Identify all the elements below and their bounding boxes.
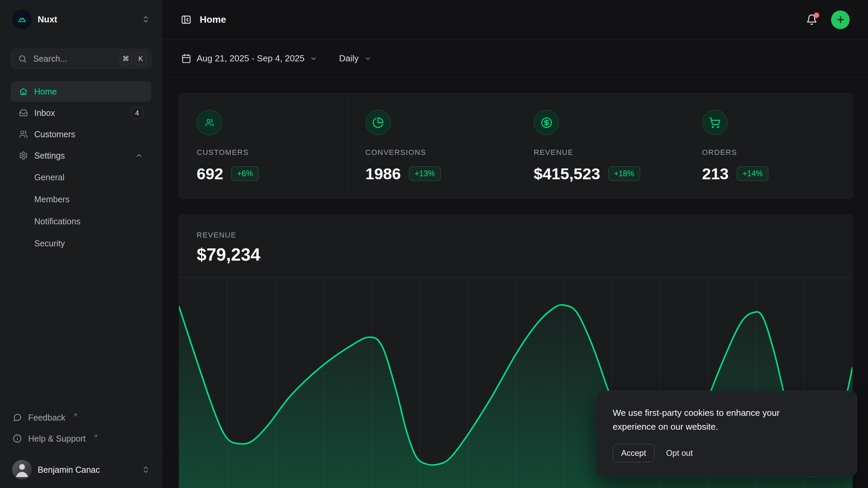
avatar <box>12 460 32 480</box>
calendar-icon <box>181 54 191 63</box>
stat-value: 1986 <box>366 164 401 183</box>
stat-label: CONVERSIONS <box>366 148 498 157</box>
stat-orders: ORDERS213+14% <box>684 93 853 199</box>
stat-icon-circle <box>702 110 728 135</box>
stat-delta-badge: +14% <box>737 166 768 181</box>
sidebar-item-inbox[interactable]: Inbox4 <box>11 103 151 123</box>
unread-count-badge: 4 <box>131 107 143 119</box>
users-icon <box>205 118 214 127</box>
cookie-accept-button[interactable]: Accept <box>613 444 654 462</box>
stat-delta-badge: +18% <box>608 166 640 181</box>
stat-value: 213 <box>702 164 729 183</box>
sidebar-item-label: Customers <box>34 129 75 139</box>
search-icon <box>18 54 27 63</box>
sidebar-item-settings[interactable]: Settings <box>11 145 151 166</box>
stat-label: CUSTOMERS <box>197 148 330 157</box>
sidebar-link-label: Help & Support <box>28 434 86 444</box>
chevron-down-icon <box>364 55 372 62</box>
sidebar-link-help-support[interactable]: Help & Support <box>11 428 151 449</box>
stat-value-row: $415,523+18% <box>534 164 667 183</box>
sidebar-subitem-label: Members <box>34 195 70 204</box>
gear-icon <box>19 151 28 160</box>
sidebar-subitem-label: Security <box>34 239 65 248</box>
sidebar-subitem-general[interactable]: General <box>11 167 151 188</box>
stat-delta-badge: +13% <box>409 166 440 181</box>
shopping-cart-icon <box>709 117 721 128</box>
search-shortcut: ⌘K <box>120 53 147 65</box>
users-icon <box>19 130 28 139</box>
stat-value: $415,523 <box>534 164 600 183</box>
chevrons-up-down-icon <box>142 466 150 474</box>
revenue-chart-label: REVENUE <box>197 231 835 240</box>
sidebar-item-label: Home <box>34 87 57 97</box>
sidebar: Nuxt Search... ⌘K HomeInbox4CustomersSet… <box>0 0 162 488</box>
filter-toolbar: Aug 21, 2025 - Sep 4, 2025 Daily <box>162 40 868 78</box>
circle-dollar-icon <box>541 117 552 128</box>
arrow-up-right-icon <box>93 433 98 439</box>
pie-chart-icon <box>372 117 384 128</box>
date-range-label: Aug 21, 2025 - Sep 4, 2025 <box>197 53 304 64</box>
stat-label: ORDERS <box>702 148 835 157</box>
stat-icon-circle <box>534 110 559 135</box>
cookie-banner: We use first-party cookies to enhance yo… <box>596 391 857 477</box>
sidebar-subitem-members[interactable]: Members <box>11 189 151 210</box>
search-placeholder: Search... <box>33 54 114 64</box>
topbar: Home <box>162 0 868 40</box>
stat-delta-badge: +6% <box>231 166 259 181</box>
stat-value: 692 <box>197 164 223 183</box>
sidebar-subitem-label: General <box>34 172 64 182</box>
stat-revenue: REVENUE$415,523+18% <box>516 93 684 199</box>
stat-icon-circle <box>366 110 391 135</box>
granularity-label: Daily <box>339 53 359 64</box>
stat-label: REVENUE <box>534 148 667 157</box>
sidebar-subitem-notifications[interactable]: Notifications <box>11 211 151 232</box>
add-button[interactable] <box>831 11 850 29</box>
panel-left-close-icon[interactable] <box>181 14 192 25</box>
search-input[interactable]: Search... ⌘K <box>11 49 151 68</box>
chevrons-up-down-icon <box>142 15 150 23</box>
notifications-button[interactable] <box>806 14 817 25</box>
sidebar-item-label: Settings <box>34 151 65 161</box>
stats-overview-card: CUSTOMERS692+6%CONVERSIONS1986+13%REVENU… <box>179 93 853 199</box>
message-circle-icon <box>13 413 22 422</box>
cookie-message: We use first-party cookies to enhance yo… <box>613 406 816 434</box>
chevron-up-icon <box>135 151 143 160</box>
brand-name: Nuxt <box>38 14 57 25</box>
chevron-down-icon <box>310 55 317 62</box>
sidebar-item-label: Inbox <box>34 108 55 118</box>
sidebar-subitem-label: Notifications <box>34 217 80 226</box>
arrow-up-right-icon <box>73 412 78 418</box>
granularity-select[interactable]: Daily <box>339 53 372 64</box>
user-menu[interactable]: Benjamin Canac <box>11 459 151 481</box>
user-name: Benjamin Canac <box>38 465 100 475</box>
sidebar-nav: HomeInbox4CustomersSettingsGeneralMember… <box>11 81 151 254</box>
cookie-optout-button[interactable]: Opt out <box>666 448 693 458</box>
sidebar-footer: FeedbackHelp & Support Benjamin Canac <box>11 407 151 481</box>
stat-value-row: 692+6% <box>197 164 330 183</box>
stat-icon-circle <box>197 110 222 135</box>
sidebar-link-feedback[interactable]: Feedback <box>11 407 151 428</box>
sidebar-subitem-security[interactable]: Security <box>11 233 151 254</box>
sidebar-item-customers[interactable]: Customers <box>11 124 151 144</box>
nuxt-logo-icon <box>12 9 32 29</box>
sidebar-link-label: Feedback <box>28 413 65 423</box>
revenue-chart-total: $79,234 <box>197 244 835 265</box>
stat-value-row: 1986+13% <box>366 164 498 183</box>
stat-value-row: 213+14% <box>702 164 835 183</box>
kbd-key-1: K <box>135 53 147 65</box>
sidebar-item-home[interactable]: Home <box>11 81 151 102</box>
stat-customers: CUSTOMERS692+6% <box>179 93 348 199</box>
home-icon <box>19 87 28 96</box>
inbox-icon <box>19 108 28 117</box>
team-switcher[interactable]: Nuxt <box>11 9 151 30</box>
kbd-key-0: ⌘ <box>120 53 132 65</box>
info-circle-icon <box>13 434 22 443</box>
page-title: Home <box>200 14 226 25</box>
unread-dot <box>814 13 819 18</box>
stat-conversions: CONVERSIONS1986+13% <box>348 93 516 199</box>
date-range-picker[interactable]: Aug 21, 2025 - Sep 4, 2025 <box>181 53 317 64</box>
sidebar-divider <box>0 454 162 454</box>
